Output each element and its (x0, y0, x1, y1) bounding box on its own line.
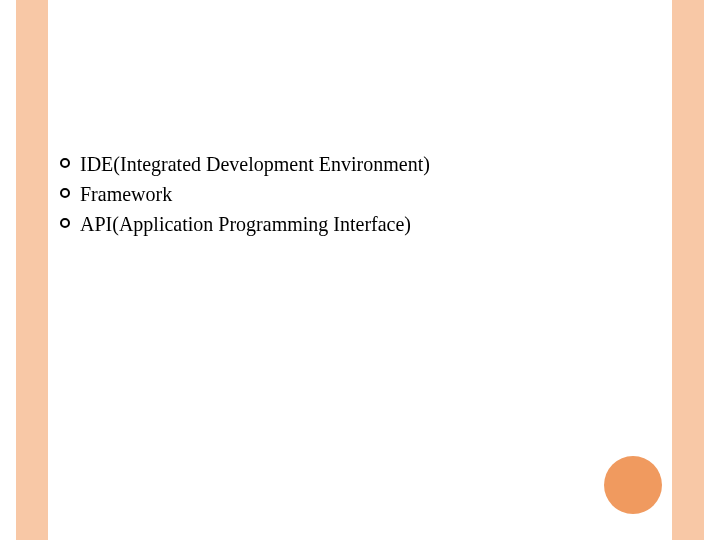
bullet-icon (60, 218, 70, 228)
decorative-circle (604, 456, 662, 514)
list-item: API(Application Programming Interface) (60, 210, 660, 238)
list-item-text: Framework (80, 180, 172, 208)
list-item: Framework (60, 180, 660, 208)
slide-content: IDE(Integrated Development Environment) … (60, 150, 660, 240)
list-item: IDE(Integrated Development Environment) (60, 150, 660, 178)
bullet-icon (60, 158, 70, 168)
left-accent-band (16, 0, 48, 540)
bullet-list: IDE(Integrated Development Environment) … (60, 150, 660, 238)
right-accent-band (672, 0, 704, 540)
bullet-icon (60, 188, 70, 198)
list-item-text: IDE(Integrated Development Environment) (80, 150, 430, 178)
list-item-text: API(Application Programming Interface) (80, 210, 411, 238)
